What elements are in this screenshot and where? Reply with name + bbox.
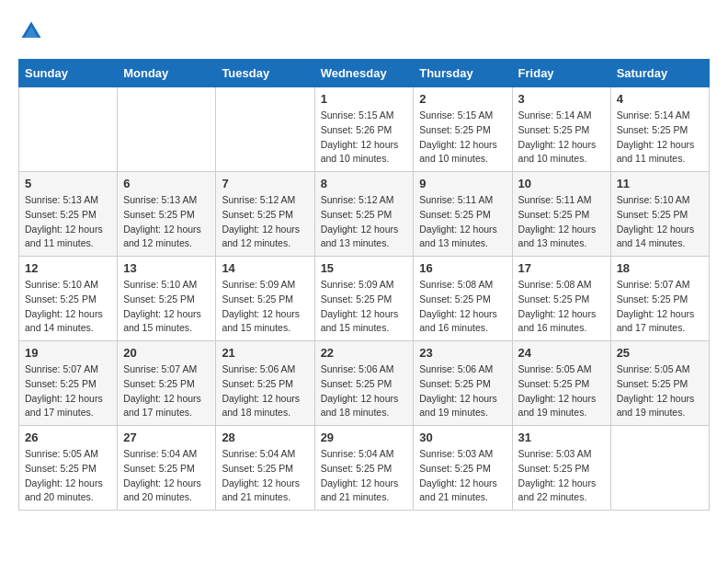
day-info: Sunrise: 5:10 AMSunset: 5:25 PMDaylight:… xyxy=(617,193,703,251)
day-number: 23 xyxy=(419,346,506,360)
day-info: Sunrise: 5:04 AMSunset: 5:25 PMDaylight:… xyxy=(123,447,210,505)
calendar-cell: 2Sunrise: 5:15 AMSunset: 5:25 PMDaylight… xyxy=(414,87,512,172)
day-number: 16 xyxy=(419,261,506,275)
day-number: 22 xyxy=(321,346,408,360)
day-number: 5 xyxy=(25,177,111,190)
day-info: Sunrise: 5:13 AMSunset: 5:25 PMDaylight:… xyxy=(123,193,210,251)
day-number: 24 xyxy=(518,346,605,360)
calendar-cell: 16Sunrise: 5:08 AMSunset: 5:25 PMDayligh… xyxy=(414,257,512,341)
day-number: 27 xyxy=(123,431,210,444)
weekday-header-tuesday: Tuesday xyxy=(216,60,314,87)
weekday-header-row: SundayMondayTuesdayWednesdayThursdayFrid… xyxy=(19,60,710,87)
day-info: Sunrise: 5:10 AMSunset: 5:25 PMDaylight:… xyxy=(25,278,111,336)
day-number: 9 xyxy=(419,177,506,190)
day-number: 2 xyxy=(419,92,506,106)
day-info: Sunrise: 5:11 AMSunset: 5:25 PMDaylight:… xyxy=(419,193,506,251)
calendar-cell: 27Sunrise: 5:04 AMSunset: 5:25 PMDayligh… xyxy=(118,426,216,511)
day-info: Sunrise: 5:14 AMSunset: 5:25 PMDaylight:… xyxy=(518,109,605,167)
day-info: Sunrise: 5:08 AMSunset: 5:25 PMDaylight:… xyxy=(419,278,506,336)
calendar-cell xyxy=(118,87,216,172)
day-info: Sunrise: 5:07 AMSunset: 5:25 PMDaylight:… xyxy=(123,362,210,420)
day-number: 30 xyxy=(419,431,506,444)
calendar-cell: 26Sunrise: 5:05 AMSunset: 5:25 PMDayligh… xyxy=(19,426,118,511)
day-number: 12 xyxy=(25,261,111,275)
calendar-week-3: 12Sunrise: 5:10 AMSunset: 5:25 PMDayligh… xyxy=(19,257,710,341)
calendar-week-5: 26Sunrise: 5:05 AMSunset: 5:25 PMDayligh… xyxy=(19,426,710,511)
calendar-cell: 11Sunrise: 5:10 AMSunset: 5:25 PMDayligh… xyxy=(610,172,709,257)
day-info: Sunrise: 5:09 AMSunset: 5:25 PMDaylight:… xyxy=(222,278,308,336)
day-info: Sunrise: 5:07 AMSunset: 5:25 PMDaylight:… xyxy=(25,362,111,420)
calendar-cell: 6Sunrise: 5:13 AMSunset: 5:25 PMDaylight… xyxy=(118,172,216,257)
day-number: 28 xyxy=(222,431,308,444)
day-info: Sunrise: 5:15 AMSunset: 5:25 PMDaylight:… xyxy=(419,109,506,167)
calendar-body: 1Sunrise: 5:15 AMSunset: 5:26 PMDaylight… xyxy=(19,87,710,511)
weekday-header-thursday: Thursday xyxy=(414,60,512,87)
calendar-cell: 22Sunrise: 5:06 AMSunset: 5:25 PMDayligh… xyxy=(314,341,414,426)
day-number: 3 xyxy=(518,92,605,106)
calendar-cell: 31Sunrise: 5:03 AMSunset: 5:25 PMDayligh… xyxy=(512,426,610,511)
calendar-cell: 28Sunrise: 5:04 AMSunset: 5:25 PMDayligh… xyxy=(216,426,314,511)
logo xyxy=(18,18,48,44)
day-info: Sunrise: 5:05 AMSunset: 5:25 PMDaylight:… xyxy=(25,447,111,505)
calendar-cell: 17Sunrise: 5:08 AMSunset: 5:25 PMDayligh… xyxy=(512,257,610,341)
day-info: Sunrise: 5:03 AMSunset: 5:25 PMDaylight:… xyxy=(518,447,605,505)
day-number: 17 xyxy=(518,261,605,275)
day-number: 7 xyxy=(222,177,308,190)
calendar-week-2: 5Sunrise: 5:13 AMSunset: 5:25 PMDaylight… xyxy=(19,172,710,257)
day-info: Sunrise: 5:14 AMSunset: 5:25 PMDaylight:… xyxy=(617,109,703,167)
day-info: Sunrise: 5:05 AMSunset: 5:25 PMDaylight:… xyxy=(518,362,605,420)
calendar-cell: 7Sunrise: 5:12 AMSunset: 5:25 PMDaylight… xyxy=(216,172,314,257)
calendar-cell: 3Sunrise: 5:14 AMSunset: 5:25 PMDaylight… xyxy=(512,87,610,172)
day-number: 26 xyxy=(25,431,111,444)
day-info: Sunrise: 5:06 AMSunset: 5:25 PMDaylight:… xyxy=(321,362,408,420)
calendar-cell: 1Sunrise: 5:15 AMSunset: 5:26 PMDaylight… xyxy=(314,87,414,172)
weekday-header-saturday: Saturday xyxy=(610,60,709,87)
day-number: 4 xyxy=(617,92,703,106)
weekday-header-wednesday: Wednesday xyxy=(314,60,414,87)
day-number: 1 xyxy=(321,92,408,106)
day-info: Sunrise: 5:03 AMSunset: 5:25 PMDaylight:… xyxy=(419,447,506,505)
calendar-table: SundayMondayTuesdayWednesdayThursdayFrid… xyxy=(18,59,710,511)
calendar-cell: 5Sunrise: 5:13 AMSunset: 5:25 PMDaylight… xyxy=(19,172,118,257)
day-info: Sunrise: 5:06 AMSunset: 5:25 PMDaylight:… xyxy=(222,362,308,420)
calendar-cell xyxy=(216,87,314,172)
day-number: 21 xyxy=(222,346,308,360)
day-number: 11 xyxy=(617,177,703,190)
calendar-cell: 23Sunrise: 5:06 AMSunset: 5:25 PMDayligh… xyxy=(414,341,512,426)
calendar-cell: 4Sunrise: 5:14 AMSunset: 5:25 PMDaylight… xyxy=(610,87,709,172)
calendar-cell: 19Sunrise: 5:07 AMSunset: 5:25 PMDayligh… xyxy=(19,341,118,426)
calendar-cell: 30Sunrise: 5:03 AMSunset: 5:25 PMDayligh… xyxy=(414,426,512,511)
day-info: Sunrise: 5:15 AMSunset: 5:26 PMDaylight:… xyxy=(321,109,408,167)
calendar-cell xyxy=(610,426,709,511)
day-info: Sunrise: 5:07 AMSunset: 5:25 PMDaylight:… xyxy=(617,278,703,336)
day-number: 15 xyxy=(321,261,408,275)
calendar-cell: 13Sunrise: 5:10 AMSunset: 5:25 PMDayligh… xyxy=(118,257,216,341)
day-number: 13 xyxy=(123,261,210,275)
calendar-cell xyxy=(19,87,118,172)
day-number: 29 xyxy=(321,431,408,444)
weekday-header-friday: Friday xyxy=(512,60,610,87)
day-info: Sunrise: 5:04 AMSunset: 5:25 PMDaylight:… xyxy=(321,447,408,505)
page-header xyxy=(18,18,710,44)
calendar-cell: 10Sunrise: 5:11 AMSunset: 5:25 PMDayligh… xyxy=(512,172,610,257)
day-number: 20 xyxy=(123,346,210,360)
day-number: 18 xyxy=(617,261,703,275)
day-number: 8 xyxy=(321,177,408,190)
calendar-week-1: 1Sunrise: 5:15 AMSunset: 5:26 PMDaylight… xyxy=(19,87,710,172)
day-info: Sunrise: 5:12 AMSunset: 5:25 PMDaylight:… xyxy=(321,193,408,251)
day-number: 6 xyxy=(123,177,210,190)
day-number: 14 xyxy=(222,261,308,275)
day-info: Sunrise: 5:05 AMSunset: 5:25 PMDaylight:… xyxy=(617,362,703,420)
day-number: 25 xyxy=(617,346,703,360)
calendar-cell: 20Sunrise: 5:07 AMSunset: 5:25 PMDayligh… xyxy=(118,341,216,426)
calendar-cell: 12Sunrise: 5:10 AMSunset: 5:25 PMDayligh… xyxy=(19,257,118,341)
calendar-cell: 15Sunrise: 5:09 AMSunset: 5:25 PMDayligh… xyxy=(314,257,414,341)
calendar-cell: 9Sunrise: 5:11 AMSunset: 5:25 PMDaylight… xyxy=(414,172,512,257)
calendar-week-4: 19Sunrise: 5:07 AMSunset: 5:25 PMDayligh… xyxy=(19,341,710,426)
day-number: 31 xyxy=(518,431,605,444)
calendar-cell: 18Sunrise: 5:07 AMSunset: 5:25 PMDayligh… xyxy=(610,257,709,341)
calendar-cell: 8Sunrise: 5:12 AMSunset: 5:25 PMDaylight… xyxy=(314,172,414,257)
weekday-header-monday: Monday xyxy=(118,60,216,87)
logo-icon xyxy=(18,18,44,44)
day-number: 19 xyxy=(25,346,111,360)
